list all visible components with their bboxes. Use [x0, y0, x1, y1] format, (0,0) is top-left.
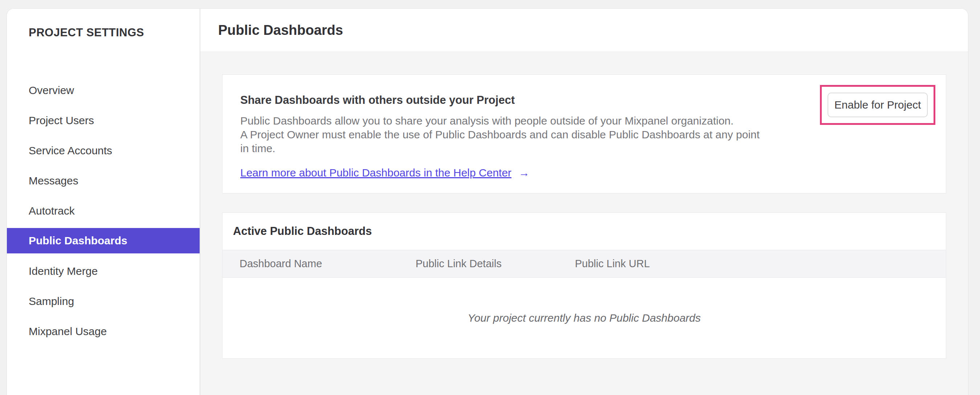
sidebar-item-public-dashboards[interactable]: Public Dashboards: [7, 228, 200, 253]
project-settings-sidebar: PROJECT SETTINGS Overview Project Users …: [7, 9, 200, 395]
annotation-highlight-box: Enable for Project: [820, 85, 935, 125]
dashboards-table-header: Dashboard Name Public Link Details Publi…: [223, 250, 946, 278]
description-line: A Project Owner must enable the use of P…: [240, 128, 928, 142]
sidebar-title: PROJECT SETTINGS: [29, 25, 200, 40]
sidebar-item-project-users[interactable]: Project Users: [7, 105, 200, 135]
help-link-row: Learn more about Public Dashboards in th…: [240, 166, 928, 180]
active-dashboards-card: Active Public Dashboards Dashboard Name …: [222, 212, 946, 359]
empty-state-message: Your project currently has no Public Das…: [468, 312, 700, 324]
empty-state-row: Your project currently has no Public Das…: [223, 278, 946, 358]
sidebar-item-autotrack[interactable]: Autotrack: [7, 196, 200, 226]
column-public-link-url: Public Link URL: [575, 258, 946, 270]
settings-window: PROJECT SETTINGS Overview Project Users …: [6, 8, 968, 395]
column-dashboard-name: Dashboard Name: [240, 258, 415, 270]
sidebar-item-service-accounts[interactable]: Service Accounts: [7, 135, 200, 166]
enable-for-project-button[interactable]: Enable for Project: [827, 92, 928, 117]
column-public-link-details: Public Link Details: [415, 258, 575, 270]
active-card-heading: Active Public Dashboards: [223, 213, 946, 250]
sidebar-item-mixpanel-usage[interactable]: Mixpanel Usage: [7, 316, 200, 346]
share-dashboards-card: Share Dashboards with others outside you…: [222, 75, 946, 194]
page-title: Public Dashboards: [218, 22, 343, 38]
sidebar-item-overview[interactable]: Overview: [7, 75, 200, 105]
page-content: Share Dashboards with others outside you…: [200, 52, 968, 395]
page-header: Public Dashboards: [200, 9, 968, 52]
help-center-link[interactable]: Learn more about Public Dashboards in th…: [240, 166, 511, 180]
sidebar-item-identity-merge[interactable]: Identity Merge: [7, 256, 200, 286]
description-line: in time.: [240, 142, 928, 155]
sidebar-item-sampling[interactable]: Sampling: [7, 286, 200, 316]
sidebar-item-messages[interactable]: Messages: [7, 166, 200, 196]
arrow-right-icon: →: [519, 167, 530, 179]
sidebar-menu: Overview Project Users Service Accounts …: [7, 75, 200, 346]
main-panel: Public Dashboards Share Dashboards with …: [200, 9, 968, 395]
